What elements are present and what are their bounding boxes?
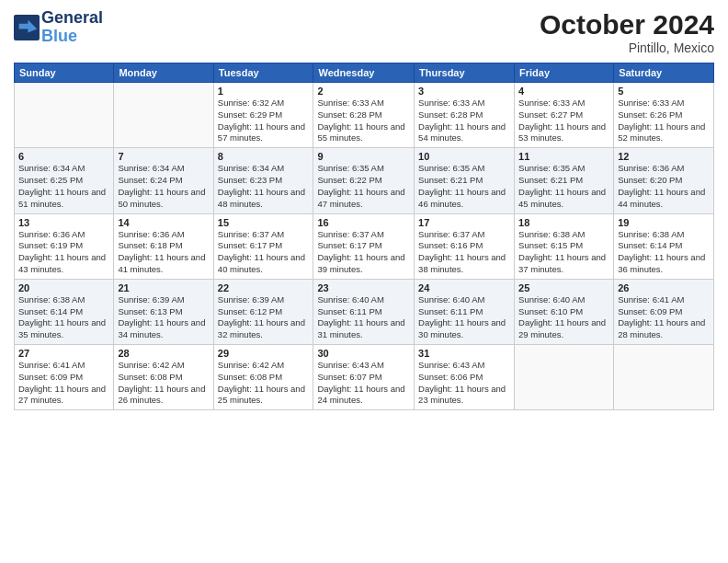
- day-number: 15: [218, 217, 310, 228]
- weekday-header-thursday: Thursday: [415, 63, 515, 83]
- day-info: Sunrise: 6:41 AMSunset: 6:09 PMDaylight:…: [618, 294, 710, 341]
- calendar-cell: 13Sunrise: 6:36 AMSunset: 6:19 PMDayligh…: [15, 213, 114, 279]
- calendar-cell: 23Sunrise: 6:40 AMSunset: 6:11 PMDayligh…: [313, 279, 415, 344]
- day-number: 8: [218, 151, 310, 162]
- day-number: 1: [218, 86, 310, 97]
- calendar-cell: 29Sunrise: 6:42 AMSunset: 6:08 PMDayligh…: [213, 345, 313, 410]
- day-number: 19: [618, 217, 710, 228]
- calendar-cell: 24Sunrise: 6:40 AMSunset: 6:11 PMDayligh…: [415, 279, 515, 344]
- day-number: 3: [418, 86, 510, 97]
- day-info: Sunrise: 6:36 AMSunset: 6:20 PMDaylight:…: [618, 163, 710, 210]
- day-info: Sunrise: 6:35 AMSunset: 6:21 PMDaylight:…: [418, 163, 510, 210]
- day-number: 13: [18, 217, 109, 228]
- logo-line2: Blue: [41, 28, 103, 46]
- calendar-cell: 27Sunrise: 6:41 AMSunset: 6:09 PMDayligh…: [15, 345, 114, 410]
- calendar-cell: 2Sunrise: 6:33 AMSunset: 6:28 PMDaylight…: [313, 83, 415, 148]
- calendar-cell: 18Sunrise: 6:38 AMSunset: 6:15 PMDayligh…: [515, 213, 614, 279]
- day-info: Sunrise: 6:39 AMSunset: 6:12 PMDaylight:…: [218, 294, 310, 341]
- day-number: 21: [118, 282, 209, 293]
- header: General Blue October 2024 Pintillo, Mexi…: [14, 9, 714, 55]
- day-info: Sunrise: 6:38 AMSunset: 6:14 PMDaylight:…: [18, 294, 109, 341]
- day-number: 24: [418, 282, 510, 293]
- weekday-header-tuesday: Tuesday: [213, 63, 313, 83]
- day-number: 2: [317, 86, 410, 97]
- day-number: 23: [317, 282, 410, 293]
- day-info: Sunrise: 6:35 AMSunset: 6:21 PMDaylight:…: [518, 163, 609, 210]
- calendar-table: SundayMondayTuesdayWednesdayThursdayFrid…: [14, 63, 714, 410]
- page: General Blue October 2024 Pintillo, Mexi…: [0, 0, 728, 563]
- day-info: Sunrise: 6:39 AMSunset: 6:13 PMDaylight:…: [118, 294, 209, 341]
- weekday-header-sunday: Sunday: [15, 63, 114, 83]
- month-title: October 2024: [540, 9, 714, 40]
- logo-line1: General: [41, 9, 103, 28]
- week-row-1: 1Sunrise: 6:32 AMSunset: 6:29 PMDaylight…: [15, 83, 714, 148]
- day-number: 4: [518, 86, 609, 97]
- weekday-header-wednesday: Wednesday: [313, 63, 415, 83]
- day-number: 9: [317, 151, 410, 162]
- day-info: Sunrise: 6:33 AMSunset: 6:28 PMDaylight:…: [317, 98, 410, 144]
- day-number: 16: [317, 217, 410, 228]
- day-info: Sunrise: 6:36 AMSunset: 6:19 PMDaylight:…: [18, 229, 109, 276]
- day-info: Sunrise: 6:34 AMSunset: 6:23 PMDaylight:…: [218, 163, 310, 210]
- day-info: Sunrise: 6:37 AMSunset: 6:16 PMDaylight:…: [418, 229, 510, 276]
- logo-icon: [14, 15, 40, 40]
- day-number: 11: [518, 151, 609, 162]
- title-block: October 2024 Pintillo, Mexico: [540, 9, 714, 55]
- calendar-cell: 8Sunrise: 6:34 AMSunset: 6:23 PMDaylight…: [213, 148, 313, 213]
- day-number: 18: [518, 217, 609, 228]
- day-number: 6: [18, 151, 109, 162]
- calendar-cell: 22Sunrise: 6:39 AMSunset: 6:12 PMDayligh…: [213, 279, 313, 344]
- calendar-cell: 19Sunrise: 6:38 AMSunset: 6:14 PMDayligh…: [614, 213, 714, 279]
- day-number: 20: [18, 282, 109, 293]
- day-info: Sunrise: 6:42 AMSunset: 6:08 PMDaylight:…: [118, 360, 209, 407]
- calendar-cell: 25Sunrise: 6:40 AMSunset: 6:10 PMDayligh…: [515, 279, 614, 344]
- week-row-5: 27Sunrise: 6:41 AMSunset: 6:09 PMDayligh…: [15, 345, 714, 410]
- day-number: 30: [317, 348, 410, 359]
- day-number: 10: [418, 151, 510, 162]
- calendar-cell: 5Sunrise: 6:33 AMSunset: 6:26 PMDaylight…: [614, 83, 714, 148]
- calendar-cell: 14Sunrise: 6:36 AMSunset: 6:18 PMDayligh…: [114, 213, 213, 279]
- day-info: Sunrise: 6:34 AMSunset: 6:24 PMDaylight:…: [118, 163, 209, 210]
- day-number: 14: [118, 217, 209, 228]
- day-info: Sunrise: 6:38 AMSunset: 6:14 PMDaylight:…: [618, 229, 710, 276]
- day-info: Sunrise: 6:32 AMSunset: 6:29 PMDaylight:…: [218, 98, 310, 144]
- weekday-header-row: SundayMondayTuesdayWednesdayThursdayFrid…: [15, 63, 714, 83]
- day-info: Sunrise: 6:43 AMSunset: 6:06 PMDaylight:…: [418, 360, 510, 407]
- calendar-cell: 11Sunrise: 6:35 AMSunset: 6:21 PMDayligh…: [515, 148, 614, 213]
- day-number: 31: [418, 348, 510, 359]
- calendar-cell: 4Sunrise: 6:33 AMSunset: 6:27 PMDaylight…: [515, 83, 614, 148]
- week-row-3: 13Sunrise: 6:36 AMSunset: 6:19 PMDayligh…: [15, 213, 714, 279]
- day-number: 12: [618, 151, 710, 162]
- day-number: 22: [218, 282, 310, 293]
- calendar-cell: 16Sunrise: 6:37 AMSunset: 6:17 PMDayligh…: [313, 213, 415, 279]
- weekday-header-monday: Monday: [114, 63, 213, 83]
- calendar-cell: [114, 83, 213, 148]
- calendar-cell: 12Sunrise: 6:36 AMSunset: 6:20 PMDayligh…: [614, 148, 714, 213]
- day-info: Sunrise: 6:33 AMSunset: 6:26 PMDaylight:…: [618, 98, 710, 144]
- calendar-cell: [515, 345, 614, 410]
- logo-text: General Blue: [41, 9, 103, 46]
- week-row-2: 6Sunrise: 6:34 AMSunset: 6:25 PMDaylight…: [15, 148, 714, 213]
- calendar-cell: [15, 83, 114, 148]
- calendar-cell: 21Sunrise: 6:39 AMSunset: 6:13 PMDayligh…: [114, 279, 213, 344]
- day-info: Sunrise: 6:33 AMSunset: 6:28 PMDaylight:…: [418, 98, 510, 144]
- calendar-cell: [614, 345, 714, 410]
- day-info: Sunrise: 6:43 AMSunset: 6:07 PMDaylight:…: [317, 360, 410, 407]
- calendar-cell: 28Sunrise: 6:42 AMSunset: 6:08 PMDayligh…: [114, 345, 213, 410]
- day-number: 25: [518, 282, 609, 293]
- day-number: 17: [418, 217, 510, 228]
- day-number: 29: [218, 348, 310, 359]
- day-number: 5: [618, 86, 710, 97]
- day-info: Sunrise: 6:40 AMSunset: 6:11 PMDaylight:…: [418, 294, 510, 341]
- calendar-cell: 7Sunrise: 6:34 AMSunset: 6:24 PMDaylight…: [114, 148, 213, 213]
- location-subtitle: Pintillo, Mexico: [540, 40, 714, 55]
- day-number: 28: [118, 348, 209, 359]
- calendar-cell: 31Sunrise: 6:43 AMSunset: 6:06 PMDayligh…: [415, 345, 515, 410]
- day-info: Sunrise: 6:37 AMSunset: 6:17 PMDaylight:…: [317, 229, 410, 276]
- weekday-header-saturday: Saturday: [614, 63, 714, 83]
- day-info: Sunrise: 6:35 AMSunset: 6:22 PMDaylight:…: [317, 163, 410, 210]
- calendar-cell: 17Sunrise: 6:37 AMSunset: 6:16 PMDayligh…: [415, 213, 515, 279]
- day-info: Sunrise: 6:34 AMSunset: 6:25 PMDaylight:…: [18, 163, 109, 210]
- calendar-cell: 6Sunrise: 6:34 AMSunset: 6:25 PMDaylight…: [15, 148, 114, 213]
- calendar-cell: 26Sunrise: 6:41 AMSunset: 6:09 PMDayligh…: [614, 279, 714, 344]
